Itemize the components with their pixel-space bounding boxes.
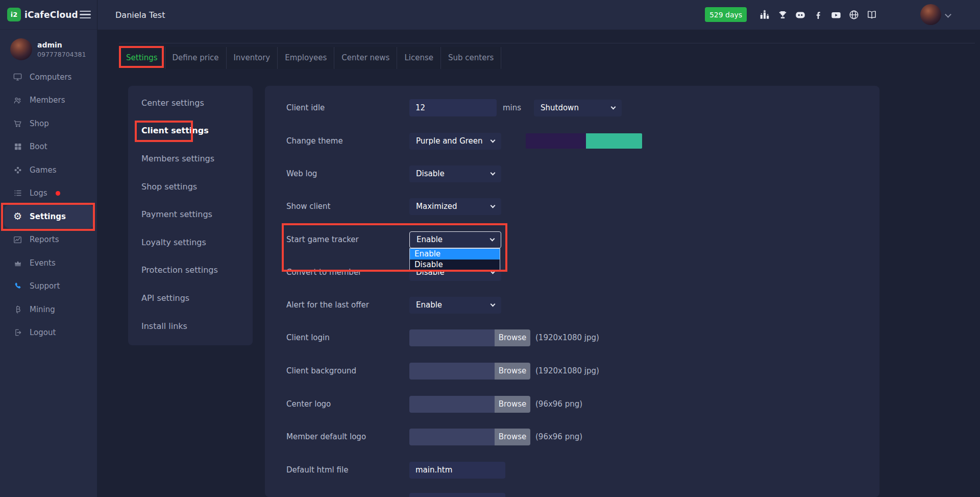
client-idle-input[interactable] [409, 99, 497, 116]
form-row-member-default-logo: Member default logo Browse (96x96 png) [286, 428, 859, 445]
show-client-select[interactable]: Maximized [409, 198, 501, 215]
sidebar-item-logout[interactable]: Logout [0, 321, 97, 345]
nav-item-api-settings[interactable]: API settings [128, 284, 253, 312]
cart-icon [13, 119, 22, 128]
bitcoin-icon [13, 304, 22, 314]
gear-icon: ⚙ [13, 211, 22, 221]
field-label: Alert for the last offer [286, 300, 409, 310]
sidebar-item-reports[interactable]: Reports [0, 228, 97, 252]
client-login-file-field[interactable] [409, 329, 495, 346]
chevron-down-icon [491, 203, 496, 208]
unit-label: mins [503, 103, 521, 112]
center-logo-file-field[interactable] [409, 396, 495, 413]
client-background-file-field[interactable] [409, 363, 495, 380]
sidebar-item-logs[interactable]: Logs [0, 182, 97, 205]
license-days-badge[interactable]: 529 days [705, 7, 747, 22]
nav-item-protection-settings[interactable]: Protection settings [128, 256, 253, 285]
browse-button[interactable]: Browse [495, 396, 530, 413]
tab-bar: Settings Define price Inventory Employee… [119, 47, 501, 69]
tabs-divider-line [119, 43, 975, 43]
sidebar-item-label: Logs [30, 188, 47, 198]
facebook-icon[interactable] [813, 9, 824, 20]
topbar-icons [759, 0, 877, 30]
leaderboard-icon[interactable] [759, 9, 770, 20]
select-value: Maximized [416, 202, 457, 211]
field-label: Client idle [286, 103, 409, 112]
browse-button[interactable]: Browse [495, 363, 530, 380]
theme-swatch-purple [526, 133, 586, 149]
sidebar-item-events[interactable]: Events [0, 251, 97, 275]
chevron-down-icon[interactable] [945, 11, 951, 18]
sidebar-item-games[interactable]: Games [0, 158, 97, 182]
sidebar-menu: Computers Members Shop Boot [0, 65, 97, 344]
field-label: Client login [286, 333, 409, 342]
tab-license[interactable]: License [397, 47, 441, 69]
chevron-down-icon [491, 301, 496, 306]
tab-sub-centers[interactable]: Sub centers [441, 47, 501, 69]
youtube-icon[interactable] [830, 9, 842, 20]
form-row-client-idle: Client idle mins Shutdown [286, 99, 859, 116]
file-input: Browse [409, 329, 530, 346]
tab-employees[interactable]: Employees [278, 47, 334, 69]
browse-button[interactable]: Browse [495, 429, 530, 445]
default-html-file-input[interactable] [409, 462, 505, 479]
change-theme-select[interactable]: Purple and Green [409, 133, 501, 150]
field-label: Client background [286, 366, 409, 375]
topbar: Daniela Test 529 days [97, 0, 980, 30]
crown-icon [13, 258, 22, 268]
member-default-logo-file-field[interactable] [409, 429, 495, 445]
avatar[interactable] [920, 4, 941, 25]
sidebar-item-label: Mining [30, 305, 55, 314]
nav-item-install-links[interactable]: Install links [128, 312, 253, 340]
start-game-tracker-select[interactable]: Enable [409, 231, 501, 248]
sidebar-item-boot[interactable]: Boot [0, 135, 97, 159]
tab-inventory[interactable]: Inventory [227, 47, 278, 69]
file-size-hint: (96x96 png) [535, 399, 582, 409]
client-idle-action-select[interactable]: Shutdown [534, 100, 622, 116]
logo-row: i2 iCafeCloud [0, 0, 97, 30]
sidebar-item-computers[interactable]: Computers [0, 65, 97, 89]
chevron-down-icon [491, 137, 496, 143]
nav-item-payment-settings[interactable]: Payment settings [128, 200, 253, 228]
nav-item-shop-settings[interactable]: Shop settings [128, 173, 253, 201]
nav-item-loyalty-settings[interactable]: Loyalty settings [128, 228, 253, 256]
tab-settings[interactable]: Settings [119, 47, 165, 69]
discord-icon[interactable] [795, 9, 806, 20]
field-label: Show client [286, 202, 409, 211]
nav-item-members-settings[interactable]: Members settings [128, 145, 253, 173]
globe-icon[interactable] [848, 9, 860, 20]
brand-logo[interactable]: i2 iCafeCloud [7, 8, 78, 21]
chevron-down-icon [491, 170, 496, 175]
sidebar-item-settings[interactable]: ⚙ Settings [4, 205, 94, 228]
avatar[interactable] [10, 38, 32, 60]
select-value: Disable [416, 169, 445, 178]
sidebar-item-label: Settings [30, 212, 66, 221]
next-field-partial[interactable] [409, 493, 505, 497]
menu-toggle-icon[interactable] [78, 9, 92, 20]
dropdown-option-disable[interactable]: Disable [410, 259, 500, 270]
sidebar-item-members[interactable]: Members [0, 89, 97, 112]
dropdown-option-enable[interactable]: Enable [410, 249, 500, 259]
alert-last-offer-select[interactable]: Enable [409, 297, 501, 314]
sidebar-item-label: Computers [30, 73, 71, 82]
client-settings-form: Client idle mins Shutdown Change theme P… [265, 86, 879, 497]
browse-button[interactable]: Browse [495, 329, 530, 346]
members-icon [13, 96, 22, 105]
form-row-convert-to-member: Convert to member Disable [286, 264, 859, 281]
field-label: Change theme [286, 136, 409, 146]
sidebar-item-mining[interactable]: Mining [0, 298, 97, 321]
list-icon [13, 188, 22, 198]
nav-item-center-settings[interactable]: Center settings [128, 89, 253, 117]
sidebar-item-shop[interactable]: Shop [0, 112, 97, 135]
sidebar-item-label: Reports [30, 235, 59, 244]
guide-book-icon[interactable] [866, 9, 877, 20]
tab-define-price[interactable]: Define price [165, 47, 227, 69]
web-log-select[interactable]: Disable [409, 165, 501, 182]
nav-item-client-settings[interactable]: Client settings [128, 117, 253, 145]
tab-center-news[interactable]: Center news [334, 47, 397, 69]
field-label: Member default logo [286, 432, 409, 441]
form-row-show-client: Show client Maximized [286, 198, 859, 215]
trophy-icon[interactable] [777, 9, 788, 20]
sidebar-item-support[interactable]: Support [0, 275, 97, 298]
windows-icon [13, 142, 22, 152]
